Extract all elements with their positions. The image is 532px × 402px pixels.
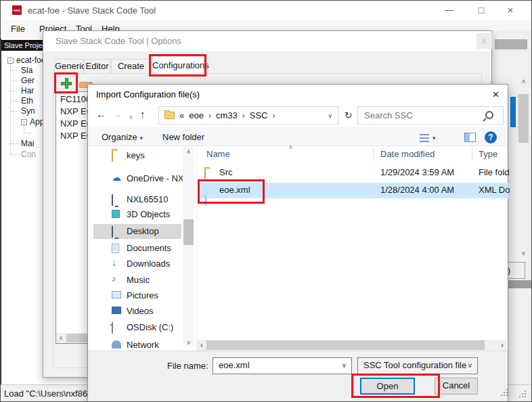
- cube-icon: [112, 210, 120, 218]
- drive-icon: [112, 322, 113, 334]
- column-divider[interactable]: [373, 148, 374, 162]
- sidebar-item-videos[interactable]: Videos: [88, 304, 196, 319]
- breadcrumb-collapsed[interactable]: «: [179, 110, 184, 120]
- address-bar[interactable]: « eoe › cm33 › SSC › ∨: [158, 106, 338, 125]
- tab-editor[interactable]: Editor: [84, 59, 110, 74]
- sidebar-item-desktop[interactable]: Desktop: [88, 224, 196, 239]
- import-close-icon[interactable]: ×: [485, 85, 507, 104]
- sidebar-item-3d-objects[interactable]: 3D Objects: [88, 207, 196, 222]
- help-icon[interactable]: ?: [485, 131, 497, 143]
- tab-create-files[interactable]: Create Files: [111, 59, 151, 74]
- maximize-icon[interactable]: □: [471, 3, 491, 18]
- resize-grip[interactable]: [501, 395, 502, 396]
- tree-guide-line: [10, 154, 20, 155]
- tree-guide-line: [24, 133, 32, 133]
- search-placeholder: Search SSC: [364, 110, 413, 120]
- history-chevron-icon[interactable]: ∨: [129, 112, 133, 122]
- tree-node[interactable]: Syn: [21, 106, 35, 116]
- scroll-up-icon[interactable]: ∧: [518, 78, 529, 85]
- new-folder-button[interactable]: New folder: [162, 132, 204, 142]
- breadcrumb-segment[interactable]: eoe: [189, 110, 204, 120]
- sidebar-item-onedrive[interactable]: ☁ OneDrive - NXP: [88, 171, 196, 186]
- search-icon: [485, 111, 493, 119]
- scroll-left-icon[interactable]: ‹: [197, 340, 206, 351]
- scroll-down-icon[interactable]: ∨: [183, 339, 194, 346]
- file-type-select[interactable]: SSC Tool configuration file (*.x ∨: [357, 357, 478, 374]
- cloud-icon: ☁: [112, 173, 121, 182]
- chevron-right-icon: ›: [242, 111, 245, 120]
- sort-ascending-icon[interactable]: ∧: [288, 143, 293, 150]
- chevron-down-icon[interactable]: ∨: [468, 361, 472, 369]
- menu-file[interactable]: File: [11, 24, 25, 34]
- close-icon[interactable]: ×: [500, 3, 520, 18]
- search-input[interactable]: Search SSC: [357, 106, 504, 125]
- chevron-right-icon: ›: [208, 111, 211, 120]
- file-type: XML Do: [479, 185, 510, 195]
- sidebar-item-this-pc[interactable]: NXL65510: [88, 192, 196, 207]
- annotation-box-add-button: [54, 72, 78, 93]
- column-header-type[interactable]: Type: [479, 149, 497, 159]
- sidebar-item-music[interactable]: ♪ Music: [88, 273, 196, 288]
- tree-guide-line: [10, 101, 20, 102]
- breadcrumb-segment[interactable]: cm33: [216, 110, 238, 120]
- sidebar-item-downloads[interactable]: ↓ Downloads: [88, 256, 196, 271]
- view-dropdown-icon[interactable]: ▾: [433, 135, 436, 141]
- sidebar-scrollbar[interactable]: ∧ ∨: [183, 148, 194, 347]
- collapse-icon[interactable]: -: [21, 119, 27, 125]
- refresh-icon[interactable]: ↻: [340, 106, 356, 125]
- status-text: Load "C:\Users\nxf8697: [4, 388, 97, 399]
- column-header-name[interactable]: Name: [206, 149, 230, 159]
- scroll-up-icon[interactable]: ∧: [183, 148, 194, 155]
- options-dialog-title: Slave Stack Code Tool | Options: [56, 36, 181, 46]
- view-list-icon[interactable]: [420, 134, 429, 142]
- back-icon[interactable]: ←: [96, 109, 106, 119]
- chevron-down-icon: ▾: [139, 135, 143, 141]
- sidebar-item-documents[interactable]: Documents: [88, 241, 196, 256]
- tree-guide-line: [10, 91, 20, 91]
- breadcrumb-segment[interactable]: SSC: [250, 110, 268, 120]
- command-bar: [88, 127, 508, 146]
- sidebar-item-pictures[interactable]: Pictures: [88, 288, 196, 303]
- tree-node[interactable]: Har: [21, 86, 34, 95]
- sidebar-item-keys[interactable]: keys: [88, 148, 196, 163]
- column-header-date[interactable]: Date modified: [380, 149, 435, 159]
- scroll-down-icon[interactable]: ∨: [518, 250, 529, 256]
- tab-generic[interactable]: Generic: [54, 59, 83, 74]
- tree-node-root[interactable]: ecat-foe: [16, 55, 45, 65]
- import-dialog: Import Configuration file(s) × ← → ∨ ↑ «…: [87, 84, 508, 401]
- annotation-box-eoe-xml: [198, 179, 265, 204]
- tree-node[interactable]: Sla: [21, 66, 32, 75]
- minimize-icon[interactable]: —: [439, 3, 460, 18]
- tree-guide-line: [10, 64, 11, 154]
- file-list-horizontal-scrollbar[interactable]: ‹ ›: [197, 340, 507, 351]
- tree-node[interactable]: Ger: [21, 76, 35, 85]
- options-title-bar: Slave Stack Code Tool | Options x: [43, 31, 491, 51]
- tree-guide-line: [10, 81, 20, 81]
- scrollbar-thumb[interactable]: [206, 340, 485, 350]
- tree-node[interactable]: Mai: [21, 139, 34, 148]
- annotation-box-configurations-tab: [149, 54, 206, 76]
- scroll-right-icon[interactable]: ›: [497, 340, 507, 351]
- resize-grip[interactable]: [519, 396, 520, 397]
- file-date: 1/29/2024 3:59 AM: [380, 167, 454, 177]
- sidebar-item-osdisk[interactable]: OSDisk (C:): [88, 320, 196, 335]
- column-divider[interactable]: [472, 148, 472, 162]
- scrollbar-thumb[interactable]: [518, 94, 529, 143]
- file-name-input[interactable]: eoe.xml ∨: [213, 357, 352, 374]
- address-dropdown-icon[interactable]: ∨: [328, 112, 332, 119]
- vertical-scrollbar[interactable]: ∧ ∨: [518, 76, 529, 258]
- scrollbar-thumb[interactable]: [183, 219, 194, 245]
- collapse-icon[interactable]: -: [7, 58, 14, 64]
- chevron-down-icon[interactable]: ∨: [342, 361, 347, 369]
- cancel-button[interactable]: Cancel: [435, 378, 478, 395]
- pane-divider: [196, 146, 197, 351]
- folder-icon: [164, 112, 175, 119]
- organize-button[interactable]: Organize ▾: [102, 132, 143, 142]
- annotation-box-open-button: [351, 374, 440, 398]
- preview-pane-icon[interactable]: [464, 133, 476, 142]
- tree-node[interactable]: Eth: [21, 96, 33, 106]
- up-icon[interactable]: ↑: [140, 109, 146, 119]
- scroll-left-icon[interactable]: ‹: [56, 333, 66, 343]
- monitor-icon: [112, 226, 113, 238]
- options-close-icon[interactable]: x: [476, 33, 492, 49]
